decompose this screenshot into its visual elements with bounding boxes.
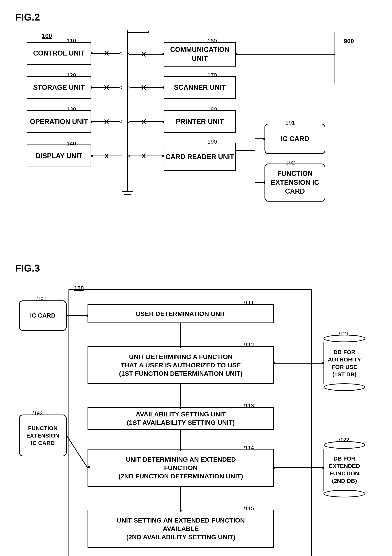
db2-cylinder: DB FOR EXTENDED FUNCTION (2ND DB) — [323, 441, 365, 497]
svg-line-20 — [105, 119, 109, 124]
db1-bottom — [323, 383, 365, 391]
svg-marker-8 — [119, 52, 122, 54]
user-det-box: USER DETERMINATION UNIT — [87, 304, 274, 323]
ref-114: /114 — [243, 445, 254, 451]
svg-line-15 — [105, 85, 109, 90]
db1-cylinder: DB FOR AUTHORITY FOR USE (1ST DB) — [323, 335, 365, 391]
svg-marker-46 — [236, 53, 239, 55]
db2-body: DB FOR EXTENDED FUNCTION (2ND DB) — [323, 449, 365, 491]
fig2-label: FIG.2 — [15, 11, 377, 23]
fig2-container: FIG.2 100 CONTROL UNIT 110 STORAGE UNIT … — [15, 11, 377, 239]
fig3-container: FIG.3 IC CARD /191 FUNCTION EXTENSION IC… — [15, 263, 377, 556]
svg-line-9 — [105, 51, 109, 55]
ref-130: 130 — [67, 106, 76, 113]
svg-marker-36 — [161, 121, 164, 123]
svg-marker-17 — [91, 121, 94, 123]
fig3-funcext-box: FUNCTION EXTENSION IC CARD — [19, 415, 67, 456]
operation-unit-box: OPERATION UNIT — [27, 110, 91, 133]
svg-marker-41 — [161, 155, 164, 157]
svg-marker-12 — [91, 86, 94, 89]
svg-marker-31 — [161, 86, 164, 89]
ref-191: 191 — [285, 119, 295, 126]
fig3-iccard-box: IC CARD — [19, 301, 67, 331]
func-det2-box: UNIT DETERMINING AN EXTENDED FUNCTION (2… — [87, 449, 274, 487]
db2-top — [323, 441, 365, 449]
ref-160: 160 — [207, 38, 217, 44]
control-unit-box: CONTROL UNIT — [27, 42, 91, 65]
ref-100: 100 — [42, 32, 52, 39]
ref-140: 140 — [67, 140, 76, 147]
avail1-box: AVAILABILITY SETTING UNIT (1ST AVAILABIL… — [87, 407, 274, 430]
ref-192: 192 — [285, 159, 295, 166]
svg-marker-26 — [161, 53, 164, 55]
svg-line-38 — [142, 119, 146, 124]
svg-marker-22 — [91, 155, 94, 157]
svg-marker-53 — [262, 181, 265, 184]
svg-marker-27 — [127, 53, 130, 55]
ref-111: /111 — [243, 300, 254, 306]
svg-line-19 — [105, 119, 109, 124]
svg-line-23 — [105, 154, 109, 158]
ref-110: 110 — [67, 38, 76, 44]
svg-marker-51 — [262, 138, 265, 140]
fig3-diagram: IC CARD /191 FUNCTION EXTENSION IC CARD … — [15, 281, 377, 556]
ref-113: /113 — [243, 403, 254, 409]
svg-line-33 — [142, 85, 146, 90]
funcext-box: FUNCTION EXTENSION IC CARD — [265, 163, 325, 201]
cardreader-unit-box: CARD READER UNIT — [164, 143, 236, 171]
svg-line-28 — [142, 52, 146, 56]
fig3-ref-192: /192 — [32, 410, 43, 417]
ref-112: /112 — [243, 342, 254, 348]
svg-marker-42 — [127, 155, 130, 157]
printer-unit-box: PRINTER UNIT — [164, 110, 236, 133]
func-det1-box: UNIT DETERMINING A FUNCTION THAT A USER … — [87, 346, 274, 384]
ref-190: 190 — [207, 139, 217, 145]
ref-180: 180 — [207, 106, 217, 113]
fig3-label: FIG.3 — [15, 263, 377, 274]
svg-line-43 — [142, 154, 146, 158]
db2-bottom — [323, 490, 365, 497]
svg-marker-13 — [119, 86, 122, 89]
db1-body: DB FOR AUTHORITY FOR USE (1ST DB) — [323, 342, 365, 384]
ref-115: /115 — [243, 505, 254, 511]
svg-line-44 — [142, 154, 146, 158]
svg-line-39 — [142, 119, 146, 124]
svg-marker-7 — [91, 52, 94, 54]
svg-line-10 — [105, 51, 109, 55]
svg-marker-37 — [127, 121, 130, 123]
svg-line-14 — [105, 85, 109, 90]
avail2-box: UNIT SETTING AN EXTENDED FUNCTION AVAILA… — [87, 510, 274, 548]
display-unit-box: DISPLAY UNIT — [27, 145, 91, 167]
fig3-ref-191: /191 — [36, 296, 47, 302]
svg-marker-32 — [127, 86, 130, 89]
fig2-diagram: 100 CONTROL UNIT 110 STORAGE UNIT 120 OP… — [15, 31, 377, 239]
fig3-ref-100: 100 — [74, 285, 84, 291]
communication-unit-box: COMMUNICATION UNIT — [164, 42, 236, 67]
svg-line-34 — [142, 85, 146, 90]
svg-line-29 — [142, 52, 146, 56]
svg-line-24 — [105, 154, 109, 158]
ref-900: 900 — [344, 38, 354, 45]
db1-top — [323, 335, 365, 342]
ref-120: 120 — [67, 72, 76, 78]
svg-marker-66 — [321, 362, 323, 364]
svg-marker-71 — [321, 467, 323, 469]
storage-unit-box: STORAGE UNIT — [27, 76, 91, 99]
ref-170: 170 — [207, 72, 217, 78]
svg-marker-18 — [119, 121, 122, 123]
iccard-box: IC CARD — [265, 124, 325, 154]
scanner-unit-box: SCANNER UNIT — [164, 76, 236, 99]
